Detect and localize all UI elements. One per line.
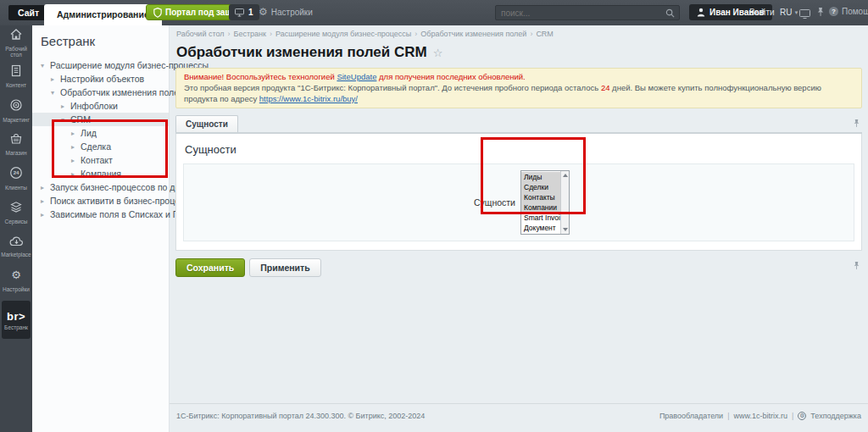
breadcrumb-item[interactable]: Бестранк xyxy=(234,30,266,38)
siteupdate-link[interactable]: SiteUpdate xyxy=(337,72,376,81)
desktop-view-button[interactable] xyxy=(799,7,810,22)
chevron-right-icon[interactable] xyxy=(41,211,50,219)
entities-field-label: Сущности xyxy=(184,197,519,208)
main-content: Рабочий стол›Бестранк›Расширение модуля … xyxy=(170,25,868,432)
pin-icon[interactable] xyxy=(853,261,860,270)
tab-site[interactable]: Сайт xyxy=(8,5,48,20)
option-лиды[interactable]: Лиды xyxy=(521,172,560,182)
topbar-settings-button[interactable]: ⚙ Настройки xyxy=(259,7,313,17)
scroll-down-icon[interactable] xyxy=(563,228,568,231)
notification-count: 1 xyxy=(248,8,253,17)
layers-icon xyxy=(9,200,23,217)
form-tabstrip: Сущности xyxy=(175,116,862,134)
notification-badge[interactable]: 1 xyxy=(229,4,259,20)
rail-item-магазин[interactable]: Магазин xyxy=(0,127,32,161)
cloud-download-icon xyxy=(9,235,24,250)
menu-item-crm[interactable]: CRM xyxy=(32,113,169,126)
apply-button[interactable]: Применить xyxy=(249,258,320,277)
help-button[interactable]: ? Помощь xyxy=(829,7,868,16)
option-контакты[interactable]: Контакты xyxy=(521,192,560,202)
menu-item-поиск-активити-в-бизнес-процессах[interactable]: Поиск активити в бизнес-процессах xyxy=(32,194,169,208)
menu-item-label: Сделка xyxy=(81,141,111,152)
rail-item-клиенты[interactable]: 24Клиенты xyxy=(0,161,32,195)
chevron-right-icon[interactable] xyxy=(61,102,70,110)
svg-text:⚙: ⚙ xyxy=(11,268,21,280)
tab-entities[interactable]: Сущности xyxy=(175,115,238,132)
favorite-star-icon[interactable]: ☆ xyxy=(433,47,443,59)
rail-item-маркетинг[interactable]: Маркетинг xyxy=(0,93,32,127)
logout-button[interactable]: Выйти xyxy=(749,8,775,17)
menu-item-обработчик-изменения-полей[interactable]: Обработчик изменения полей xyxy=(32,86,169,99)
chevron-right-icon[interactable] xyxy=(41,197,50,205)
support-link[interactable]: Техподдержка xyxy=(810,412,861,420)
form-buttons: Сохранить Применить xyxy=(175,258,862,277)
option-smart-invoice[interactable]: Smart Invoice xyxy=(521,213,560,223)
breadcrumb-separator: › xyxy=(530,30,532,38)
rail-item-active-site[interactable]: br>Бестранк xyxy=(2,301,31,339)
search-input[interactable] xyxy=(496,8,665,18)
save-button[interactable]: Сохранить xyxy=(175,258,245,277)
rail-item-рабочий-стол[interactable]: Рабочий стол xyxy=(0,25,32,59)
menu-item-label: Обработчик изменения полей xyxy=(60,87,184,97)
topbar-search xyxy=(495,5,680,20)
rail-item-label: Маркетинг xyxy=(3,117,30,123)
breadcrumb-item[interactable]: Расширение модуля бизнес-процессы xyxy=(275,30,411,38)
chevron-right-icon[interactable] xyxy=(71,143,81,151)
rail-item-контент[interactable]: Контент xyxy=(0,59,32,93)
bitrix-site-link[interactable]: www.1c-bitrix.ru xyxy=(733,412,787,420)
rail-item-label: Контент xyxy=(6,82,26,88)
language-label: RU xyxy=(780,8,792,17)
section-title: Сущности xyxy=(176,134,861,163)
chevron-down-icon[interactable] xyxy=(41,62,50,69)
chevron-right-icon[interactable] xyxy=(71,170,81,178)
breadcrumb-item[interactable]: Обработчик изменения полей xyxy=(420,30,526,38)
menu-item-лид[interactable]: Лид xyxy=(32,126,169,140)
menu-item-запуск-бизнес-процессов-по-делам[interactable]: Запуск бизнес-процессов по делам xyxy=(32,180,169,194)
admin-menu: Бестранк Расширение модуля бизнес-процес… xyxy=(32,25,170,432)
menu-item-зависимые-поля-в-списках-и-процессах[interactable]: Зависимые поля в Списках и Процессах xyxy=(32,208,169,221)
menu-tree: Расширение модуля бизнес-процессыНастрой… xyxy=(32,58,169,221)
tab-administration[interactable]: Администрирование xyxy=(44,4,162,25)
warning-line-1: Внимание! Воспользуйтесь технологией Sit… xyxy=(184,71,854,82)
document-icon xyxy=(10,64,22,80)
search-icon[interactable] xyxy=(665,8,675,18)
chevron-right-icon[interactable] xyxy=(71,157,81,164)
entities-multiselect[interactable]: ЛидыСделкиКонтактыКомпанииSmart InvoiceД… xyxy=(520,170,570,235)
multiselect-scrollbar[interactable] xyxy=(560,171,569,234)
warning-line-2: Это пробная версия продукта "1С-Битрикс:… xyxy=(184,82,854,104)
menu-item-контакт[interactable]: Контакт xyxy=(32,153,169,167)
rail-item-label: Marketplace xyxy=(1,252,31,258)
option-документ[interactable]: Документ xyxy=(521,223,560,233)
page-title: Обработчик изменения полей CRM ☆ xyxy=(176,44,861,61)
chevron-right-icon[interactable] xyxy=(71,130,81,137)
rail-item-сервисы[interactable]: Сервисы xyxy=(0,195,32,229)
user-icon xyxy=(697,8,705,17)
language-selector[interactable]: RU ▼ xyxy=(780,8,798,17)
menu-item-сделка[interactable]: Сделка xyxy=(32,140,169,153)
rail-item-настройки[interactable]: ⚙Настройки xyxy=(0,263,32,296)
option-компании[interactable]: Компании xyxy=(521,202,560,213)
topbar-settings-label: Настройки xyxy=(271,8,313,17)
breadcrumb-item[interactable]: CRM xyxy=(536,30,554,38)
menu-item-инфоблоки[interactable]: Инфоблоки xyxy=(32,99,169,113)
scroll-up-icon[interactable] xyxy=(563,174,568,177)
chevron-right-icon[interactable] xyxy=(51,75,60,83)
rail-item-marketplace[interactable]: Marketplace xyxy=(0,229,32,263)
menu-item-настройки-объектов[interactable]: Настройки объектов xyxy=(32,72,169,86)
trial-days-left: 24 xyxy=(601,83,610,92)
menu-item-расширение-модуля-бизнес-процессы[interactable]: Расширение модуля бизнес-процессы xyxy=(32,58,169,72)
chevron-right-icon[interactable] xyxy=(41,184,50,191)
menu-item-label: Контакт xyxy=(81,155,113,165)
breadcrumb-item[interactable]: Рабочий стол xyxy=(176,30,225,38)
pin-icon[interactable] xyxy=(853,119,860,128)
rail-item-label: Бестранк xyxy=(4,324,28,330)
footer-separator: | xyxy=(727,412,729,420)
question-icon: ? xyxy=(829,7,838,16)
chevron-down-icon[interactable] xyxy=(61,116,70,124)
rights-link[interactable]: Правообладатели xyxy=(659,412,723,420)
menu-item-компания[interactable]: Компания xyxy=(32,167,169,180)
pin-icon[interactable] xyxy=(816,7,825,17)
chevron-down-icon[interactable] xyxy=(51,89,60,97)
option-сделки[interactable]: Сделки xyxy=(521,182,560,192)
buy-link[interactable]: https://www.1c-bitrix.ru/buy/ xyxy=(259,94,358,103)
